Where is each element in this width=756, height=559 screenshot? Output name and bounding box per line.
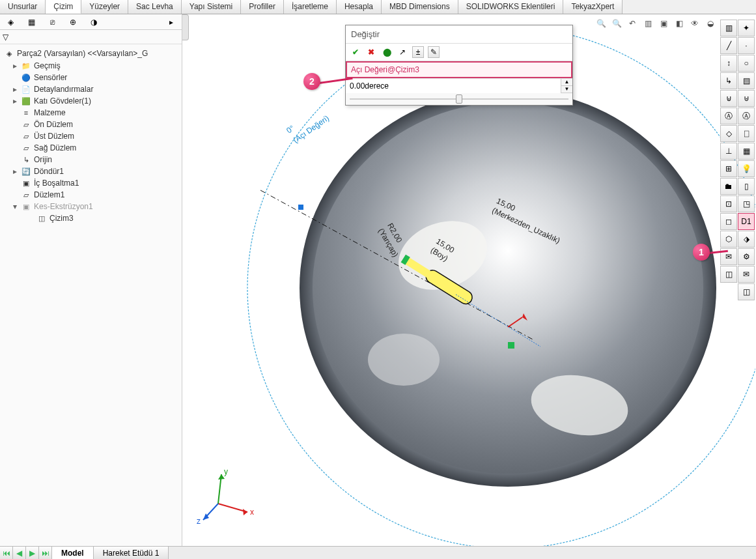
rt-btn-b2[interactable]: · [738, 37, 755, 54]
rt-btn-a12[interactable]: ◻ [720, 213, 737, 230]
tree-expand-icon[interactable]: ▸ [12, 96, 18, 106]
tree-item-3[interactable]: ▸🟩Katı Gövdeler(1) [1, 95, 180, 107]
cancel-icon[interactable]: ✖ [365, 46, 377, 58]
property-manager-icon[interactable]: ▦ [23, 16, 39, 29]
accept-icon[interactable]: ✔ [350, 46, 361, 58]
nav-last-icon[interactable]: ⏭ [39, 547, 52, 559]
display-manager-icon[interactable]: ◑ [86, 16, 102, 29]
tab-eklentiler[interactable]: SOLIDWORKS Eklentileri [458, 0, 564, 14]
tree-item-2[interactable]: ▸📄Detaylandırmalar [1, 83, 180, 95]
dim-expert-icon[interactable]: ⊕ [65, 16, 81, 29]
rt-btn-a2[interactable]: ╱ [720, 37, 737, 54]
rt-btn-b13[interactable]: ⬗ [738, 231, 755, 248]
tab-tekyazxpert[interactable]: TekyazXpert [563, 0, 623, 14]
tree-item-11[interactable]: ▱Düzlem1 [1, 189, 180, 201]
rt-btn-b8[interactable]: ▦ [738, 143, 755, 160]
tree-item-13[interactable]: ◫Çizim3 [1, 212, 180, 224]
tree-item-6[interactable]: ▱Üst Düzlem [1, 130, 180, 142]
tree-root[interactable]: ◈ Parça2 (Varsayılan) <<Varsayılan>_G [1, 47, 180, 60]
tree-item-1[interactable]: 🔵Sensörler [1, 72, 180, 83]
rt-btn-a3[interactable]: ↕ [720, 55, 737, 72]
tab-cizim[interactable]: Çizim [46, 0, 81, 14]
nav-next-icon[interactable]: ▶ [26, 547, 39, 559]
tree-item-12[interactable]: ▾▣Kes-Ekstrüzyon1 [1, 201, 180, 212]
tab-yuzeyler[interactable]: Yüzeyler [81, 0, 128, 14]
tree-expand-icon[interactable]: ▸ [12, 61, 18, 70]
dimension-name-field[interactable]: Açı Değeri@Çizim3 [346, 61, 572, 78]
triad-x-label: x [250, 508, 254, 517]
value-slider[interactable] [346, 93, 572, 105]
rt-btn-a8[interactable]: ⊥ [720, 143, 737, 160]
spin-down-icon[interactable]: ▼ [561, 86, 572, 93]
tab-mbd[interactable]: MBD Dimensions [382, 0, 458, 14]
rt-btn-b11[interactable]: ◳ [738, 195, 755, 212]
tree-item-4[interactable]: ≡Malzeme [1, 107, 180, 119]
value-spinners[interactable]: ▲ ▼ [561, 79, 572, 93]
rt-btn-a4[interactable]: ↳ [720, 72, 737, 89]
tab-yapi-sistemi[interactable]: Yapı Sistemi [182, 0, 241, 14]
tree-item-icon: ▱ [21, 131, 31, 141]
rt-btn-b7[interactable]: ⎕ [738, 125, 755, 142]
rt-btn-b14[interactable]: ⚙ [738, 248, 755, 265]
rt-btn-b16[interactable]: ◫ [738, 283, 755, 300]
dimension-value-input[interactable] [346, 79, 561, 93]
tree-item-0[interactable]: ▸📁Geçmiş [1, 60, 180, 72]
rt-btn-a10[interactable]: 🖿 [720, 178, 737, 195]
tree-expand-icon[interactable]: ▾ [12, 202, 18, 211]
nav-first-icon[interactable]: ⏮ [0, 547, 13, 559]
rt-btn-a13[interactable]: ⬡ [720, 231, 737, 248]
svg-point-2 [313, 102, 703, 474]
panel-expand-icon[interactable]: ▸ [163, 16, 179, 29]
tree-item-7[interactable]: ▱Sağ Düzlem [1, 142, 180, 154]
svg-rect-15 [298, 205, 303, 210]
tab-unsurlar[interactable]: Unsurlar [0, 0, 46, 14]
tree-expand-icon[interactable]: ▸ [12, 167, 18, 176]
rt-btn-a11[interactable]: ⊡ [720, 195, 737, 212]
rt-btn-b5[interactable]: ⊎ [738, 90, 755, 107]
rt-btn-b1[interactable]: ✦ [738, 20, 755, 36]
tree-item-icon: ▱ [21, 119, 31, 130]
rt-btn-b4[interactable]: ▤ [738, 72, 755, 89]
tree-item-10[interactable]: ▣İç Boşaltma1 [1, 177, 180, 189]
modify-dialog[interactable]: Değiştir ✔ ✖ ⬤ ↗ ± ✎ Açı Değeri@Çizim3 ▲… [345, 25, 573, 106]
config-manager-icon[interactable]: ⎚ [44, 16, 60, 29]
rt-btn-d1[interactable]: D1 [738, 213, 755, 230]
tree-item-label: Sensörler [34, 73, 67, 82]
tree-item-9[interactable]: ▸🔄Döndür1 [1, 165, 180, 177]
bottom-tab-model[interactable]: Model [52, 547, 94, 559]
feature-tree-icon[interactable]: ◈ [3, 16, 18, 29]
spin-up-icon[interactable]: ▲ [561, 79, 572, 86]
filter-icon[interactable]: ▽ [3, 33, 8, 42]
reverse-icon[interactable]: ↗ [397, 46, 408, 58]
nav-prev-icon[interactable]: ◀ [13, 547, 26, 559]
tab-hesapla[interactable]: Hesapla [337, 0, 382, 14]
tab-profiller[interactable]: Profiller [241, 0, 284, 14]
rt-btn-a15[interactable]: ◫ [720, 266, 737, 283]
rt-btn-a7[interactable]: ◇ [720, 125, 737, 142]
rt-btn-b6[interactable]: Ⓐ [738, 108, 755, 124]
rt-btn-b9[interactable]: 💡 [738, 160, 755, 177]
callout-1: 1 [693, 244, 710, 261]
rt-btn-b3[interactable]: ○ [738, 55, 755, 72]
rt-btn-b10[interactable]: ▯ [738, 178, 755, 195]
tree-filter-row: ▽ [0, 30, 182, 44]
tree-expand-icon[interactable]: ▸ [12, 85, 18, 94]
tab-sac-levha[interactable]: Sac Levha [128, 0, 182, 14]
tab-isaretleme[interactable]: İşaretleme [284, 0, 337, 14]
tree-item-5[interactable]: ▱Ön Düzlem [1, 119, 180, 130]
command-manager-tabs: Unsurlar Çizim Yüzeyler Sac Levha Yapı S… [0, 0, 756, 14]
tree-item-label: Detaylandırmalar [34, 85, 93, 94]
graphics-viewport[interactable]: 🔍 🔍 ↶ ▥ ▣ ◧ 👁 ◒ [189, 14, 756, 546]
rt-btn-a6[interactable]: Ⓐ [720, 108, 737, 124]
panel-collapse-handle[interactable] [182, 14, 189, 40]
bottom-tab-motion[interactable]: Hareket Etüdü 1 [94, 547, 169, 559]
rt-btn-a1[interactable]: ▥ [720, 20, 737, 36]
mark-icon[interactable]: ✎ [428, 46, 440, 58]
rt-btn-b15[interactable]: ✉ [738, 266, 755, 283]
view-triad[interactable]: x y z [195, 468, 260, 526]
rebuild-icon[interactable]: ⬤ [381, 46, 393, 58]
rt-btn-a9[interactable]: ⊞ [720, 160, 737, 177]
tree-item-8[interactable]: ↳Orijin [1, 154, 180, 165]
rt-btn-a5[interactable]: ⊍ [720, 90, 737, 107]
spin-increment-icon[interactable]: ± [412, 46, 424, 58]
